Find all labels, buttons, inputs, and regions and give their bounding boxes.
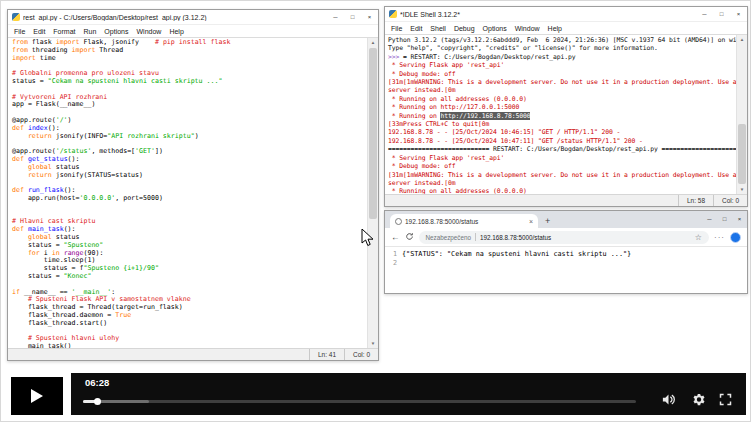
progress-thumb[interactable]: [94, 398, 101, 405]
json-line: 2: [389, 259, 745, 268]
browser-menu-icon[interactable]: ···: [714, 233, 725, 242]
browser-page: 1{"STATUS": "Cekam na spusteni hlavni ca…: [385, 247, 747, 293]
profile-avatar[interactable]: [730, 232, 741, 243]
tab-close-icon[interactable]: ×: [529, 218, 533, 225]
close-icon[interactable]: ×: [730, 7, 747, 21]
text-line: * Running on all addresses (0.0.0.0): [388, 95, 734, 103]
text-line: [31m[1mWARNING: This is a development se…: [388, 78, 734, 86]
text-line: =========================== RESTART: C:/…: [388, 145, 734, 153]
menu-item-window[interactable]: Window: [132, 28, 165, 35]
player-control-bar: 06:28: [71, 373, 746, 415]
text-line: * Running on all addresses (0.0.0.0): [388, 187, 734, 194]
scroll-down-icon[interactable]: ▼: [737, 185, 747, 194]
text-line: * Serving Flask app 'rest_api': [388, 154, 734, 162]
address-divider: [475, 233, 476, 241]
scrollbar-thumb[interactable]: [369, 48, 377, 219]
menu-item-options[interactable]: Options: [479, 25, 511, 32]
editor-code[interactable]: from flask import Flask, jsonify # pip i…: [8, 38, 367, 348]
shell-menubar: FileEditShellDebugOptionsWindowHelp: [385, 22, 747, 35]
text-line: return jsonify(INFO="API rozhrani skript…: [12, 133, 365, 141]
menu-item-options[interactable]: Options: [100, 28, 132, 35]
text-line: @app.route('/'): [12, 117, 365, 125]
maximize-icon[interactable]: □: [713, 7, 730, 21]
browser-tab[interactable]: 192.168.8.78:5000/status ×: [390, 214, 538, 228]
idle-editor-window: rest_api.py - C:/Users/Bogdan/Desktop/re…: [7, 9, 379, 361]
scrollbar-thumb[interactable]: [738, 124, 746, 184]
text-line: flask_thread.start(): [12, 320, 365, 328]
text-line: import time: [12, 55, 365, 63]
play-icon: [31, 389, 43, 403]
json-line: 1{"STATUS": "Cekam na spusteni hlavni ca…: [389, 250, 745, 259]
text-line: * Debug mode: off: [388, 70, 734, 78]
maximize-icon[interactable]: □: [717, 211, 732, 226]
browser-tabstrip: 192.168.8.78:5000/status × + ─ □ ×: [385, 211, 747, 228]
menu-item-file[interactable]: File: [387, 25, 406, 32]
minimize-icon[interactable]: ─: [696, 7, 713, 21]
close-icon[interactable]: ×: [361, 10, 378, 24]
menu-item-run[interactable]: Run: [80, 28, 101, 35]
text-line: status = "Konec": [12, 273, 365, 281]
address-input[interactable]: Nezabezpečeno 192.168.8.78:5000/status ☆: [419, 231, 710, 244]
text-line: 192.168.8.78 - - [25/Oct/2024 10:47:11] …: [388, 137, 734, 145]
minimize-icon[interactable]: ─: [702, 211, 717, 226]
settings-gear-icon[interactable]: [690, 392, 705, 407]
shell-titlebar: *IDLE Shell 3.12.2* ─ □ ×: [385, 7, 747, 22]
shell-line-indicator: Ln: 58: [678, 195, 713, 206]
menu-item-edit[interactable]: Edit: [406, 25, 426, 32]
progress-bar[interactable]: [83, 400, 636, 403]
text-line: status = "Cekam na spusteni hlavni casti…: [12, 78, 365, 86]
fullscreen-icon[interactable]: [718, 392, 733, 407]
scroll-up-icon[interactable]: ▲: [737, 35, 747, 44]
menu-item-help[interactable]: Help: [544, 25, 566, 32]
maximize-icon[interactable]: □: [344, 10, 361, 24]
text-line: Python 3.12.2 (tags/v3.12.2:6abddd9, Feb…: [388, 36, 734, 44]
tab-favicon-icon: [395, 218, 402, 225]
new-tab-button[interactable]: +: [545, 216, 550, 226]
menu-item-edit[interactable]: Edit: [29, 28, 49, 35]
shell-content: Python 3.12.2 (tags/v3.12.2:6abddd9, Feb…: [385, 35, 747, 194]
shell-output[interactable]: Python 3.12.2 (tags/v3.12.2:6abddd9, Feb…: [385, 35, 736, 194]
menu-item-window[interactable]: Window: [511, 25, 544, 32]
text-line: main_task(): [12, 343, 365, 348]
shell-col-indicator: Col: 0: [713, 195, 747, 206]
play-button[interactable]: [11, 377, 63, 415]
browser-window-controls: ─ □ ×: [702, 211, 747, 226]
shell-window-controls: ─ □ ×: [696, 7, 747, 21]
python-icon: [12, 13, 20, 21]
menu-item-debug[interactable]: Debug: [450, 25, 479, 32]
bookmark-star-icon[interactable]: ☆: [695, 233, 702, 242]
menu-item-shell[interactable]: Shell: [426, 25, 450, 32]
scroll-down-icon[interactable]: ▼: [368, 339, 378, 348]
text-line: server instead.[0m: [388, 179, 734, 187]
text-line: from threading import Thread: [12, 47, 365, 55]
editor-menubar: FileEditFormatRunOptionsWindowHelp: [8, 25, 378, 38]
editor-window-controls: ─ □ ×: [327, 10, 378, 24]
scroll-up-icon[interactable]: ▲: [368, 38, 378, 47]
text-line: app.run(host='0.0.0.0', port=5000): [12, 195, 365, 203]
minimize-icon[interactable]: ─: [327, 10, 344, 24]
menu-item-format[interactable]: Format: [49, 28, 79, 35]
shell-window-title: *IDLE Shell 3.12.2*: [400, 11, 693, 18]
text-line: 192.168.8.78 - - [25/Oct/2024 10:46:15] …: [388, 128, 734, 136]
shell-scrollbar[interactable]: ▲ ▼: [736, 35, 747, 194]
volume-icon[interactable]: [661, 392, 676, 407]
text-line: return jsonify(STATUS=status): [12, 172, 365, 180]
menu-item-help[interactable]: Help: [165, 28, 187, 35]
text-line: [31m[1mWARNING: This is a development se…: [388, 171, 734, 179]
browser-window: 192.168.8.78:5000/status × + ─ □ × ← Nez…: [384, 210, 748, 294]
editor-scrollbar[interactable]: ▲ ▼: [367, 38, 378, 348]
tab-title: 192.168.8.78:5000/status: [405, 218, 526, 225]
refresh-icon[interactable]: [405, 232, 414, 243]
text-line: [12, 203, 365, 211]
shell-statusbar: Ln: 58 Col: 0: [385, 194, 747, 206]
mouse-cursor-icon: [361, 229, 375, 247]
text-line: Type "help", "copyright", "credits" or "…: [388, 44, 734, 52]
text-line: server instead.[0m: [388, 86, 734, 94]
editor-col-indicator: Col: 0: [344, 349, 378, 360]
menu-item-file[interactable]: File: [10, 28, 29, 35]
close-icon[interactable]: ×: [732, 211, 747, 226]
security-label[interactable]: Nezabezpečeno: [426, 234, 472, 241]
back-icon[interactable]: ←: [391, 233, 400, 242]
text-line: app = Flask(__name__): [12, 101, 365, 109]
editor-statusbar: Ln: 41 Col: 0: [8, 348, 378, 360]
